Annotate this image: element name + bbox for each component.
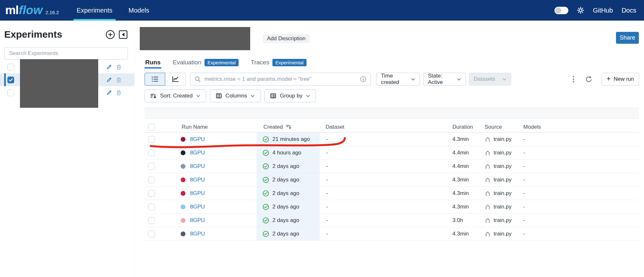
run-checkbox[interactable] [148, 203, 155, 210]
run-source[interactable]: train.py [485, 217, 512, 224]
tab-runs[interactable]: Runs [145, 59, 161, 66]
run-created-time[interactable]: 21 minutes ago [272, 136, 310, 143]
run-source[interactable]: train.py [485, 163, 512, 170]
run-created-time[interactable]: 4 hours ago [272, 150, 301, 156]
local-source-icon [485, 163, 491, 169]
mlflow-app: mlflow 2.16.2 Experiments Models [0, 0, 644, 277]
chevron-down-icon [251, 95, 255, 97]
run-checkbox[interactable] [148, 163, 155, 170]
run-checkbox[interactable] [148, 190, 155, 197]
group-by-button[interactable]: Group by [264, 89, 316, 102]
column-header-source[interactable]: Source [485, 124, 502, 130]
check-icon [9, 78, 13, 82]
run-checkbox[interactable] [148, 217, 155, 224]
tab-traces[interactable]: Traces Experimental [251, 59, 307, 66]
list-view-button[interactable] [145, 73, 165, 86]
add-description-button[interactable]: Add Description [263, 34, 310, 43]
nav-tab-models[interactable]: Models [125, 0, 152, 21]
column-header-dataset[interactable]: Dataset [326, 124, 345, 130]
run-source[interactable]: train.py [485, 231, 512, 237]
state-dropdown[interactable]: State: Active [423, 73, 466, 86]
run-name-link[interactable]: 8GPU [190, 150, 205, 156]
run-created-time[interactable]: 2 days ago [272, 163, 299, 170]
run-name-link[interactable]: 8GPU [190, 217, 205, 224]
experimental-badge: Experimental [204, 59, 239, 66]
run-name-link[interactable]: 8GPU [190, 177, 205, 183]
search-icon [194, 76, 201, 82]
run-created-time[interactable]: 2 days ago [272, 231, 299, 237]
run-checkbox[interactable] [148, 149, 155, 156]
sort-order-icon[interactable] [286, 125, 291, 129]
create-experiment-icon[interactable] [105, 30, 115, 40]
run-name-link[interactable]: 8GPU [190, 136, 205, 143]
column-header-duration[interactable]: Duration [452, 124, 473, 130]
run-created-cell: 21 minutes ago [262, 136, 310, 143]
docs-link[interactable]: Docs [621, 7, 636, 14]
run-models: - [523, 136, 525, 143]
local-source-icon [485, 231, 491, 237]
edit-experiment-icon[interactable] [106, 64, 112, 70]
delete-experiment-icon[interactable] [116, 64, 121, 70]
column-header-created[interactable]: Created [263, 124, 291, 130]
columns-button[interactable]: Columns [210, 89, 260, 102]
refresh-icon[interactable] [585, 75, 593, 83]
run-dataset: - [326, 177, 328, 183]
datasets-dropdown[interactable]: Datasets [469, 73, 511, 86]
run-source[interactable]: train.py [485, 190, 512, 197]
collapse-sidebar-icon[interactable] [118, 30, 128, 39]
delete-experiment-icon[interactable] [116, 77, 121, 83]
time-created-dropdown[interactable]: Time created [376, 73, 420, 86]
run-name-link[interactable]: 8GPU [190, 163, 205, 170]
sort-button[interactable]: Sort: Created [145, 89, 206, 102]
mlflow-logo[interactable]: mlflow 2.16.2 [5, 4, 59, 17]
experiment-checkbox[interactable] [7, 77, 14, 83]
run-filter-input[interactable] [204, 76, 356, 82]
column-header-models[interactable]: Models [523, 124, 541, 130]
share-button[interactable]: Share [616, 32, 639, 44]
run-models: - [523, 231, 525, 237]
run-created-cell: 2 days ago [262, 176, 299, 183]
info-icon[interactable] [360, 76, 366, 82]
run-checkbox[interactable] [148, 230, 155, 237]
run-checkbox[interactable] [148, 136, 155, 143]
nav-tab-experiments[interactable]: Experiments [73, 0, 116, 21]
run-source[interactable]: train.py [485, 150, 512, 156]
run-row: 8GPU 2 days ago - 4.3min train.py - [145, 173, 639, 187]
chevron-down-icon [502, 78, 507, 81]
run-checkbox[interactable] [148, 176, 155, 183]
columns-icon [216, 93, 222, 99]
run-source[interactable]: train.py [485, 177, 512, 183]
edit-experiment-icon[interactable] [106, 77, 112, 83]
run-color-dot [181, 218, 185, 223]
gear-icon[interactable] [577, 7, 584, 14]
status-finished-icon [262, 203, 269, 210]
run-name-link[interactable]: 8GPU [190, 231, 205, 237]
theme-toggle[interactable] [554, 7, 568, 14]
run-created-time[interactable]: 2 days ago [272, 204, 299, 210]
run-created-time[interactable]: 2 days ago [272, 190, 299, 197]
column-header-run-name[interactable]: Run Name [182, 124, 208, 130]
run-duration: 3.0h [452, 217, 463, 224]
run-source[interactable]: train.py [485, 136, 512, 143]
run-source[interactable]: train.py [485, 204, 512, 210]
run-source-file: train.py [494, 217, 512, 224]
experiment-checkbox[interactable] [7, 64, 14, 70]
github-link[interactable]: GitHub [593, 7, 613, 14]
top-navbar: mlflow 2.16.2 Experiments Models [0, 0, 644, 21]
select-all-checkbox[interactable] [148, 124, 155, 130]
tab-evaluation[interactable]: Evaluation Experimental [173, 59, 239, 66]
run-search-box [190, 73, 371, 86]
run-name-link[interactable]: 8GPU [190, 190, 205, 197]
edit-experiment-icon[interactable] [106, 90, 112, 96]
delete-experiment-icon[interactable] [116, 90, 121, 96]
more-options-icon[interactable] [571, 74, 576, 84]
experiment-checkbox[interactable] [7, 89, 14, 96]
chart-view-button[interactable] [165, 73, 186, 86]
new-run-button[interactable]: + New run [601, 73, 639, 86]
run-created-time[interactable]: 2 days ago [272, 177, 299, 183]
search-experiments-input[interactable] [4, 47, 128, 60]
runs-toolbar: Time created State: Active Datasets + Ne… [145, 73, 639, 86]
local-source-icon [485, 136, 491, 142]
run-name-link[interactable]: 8GPU [190, 204, 205, 210]
run-created-time[interactable]: 2 days ago [272, 217, 299, 224]
